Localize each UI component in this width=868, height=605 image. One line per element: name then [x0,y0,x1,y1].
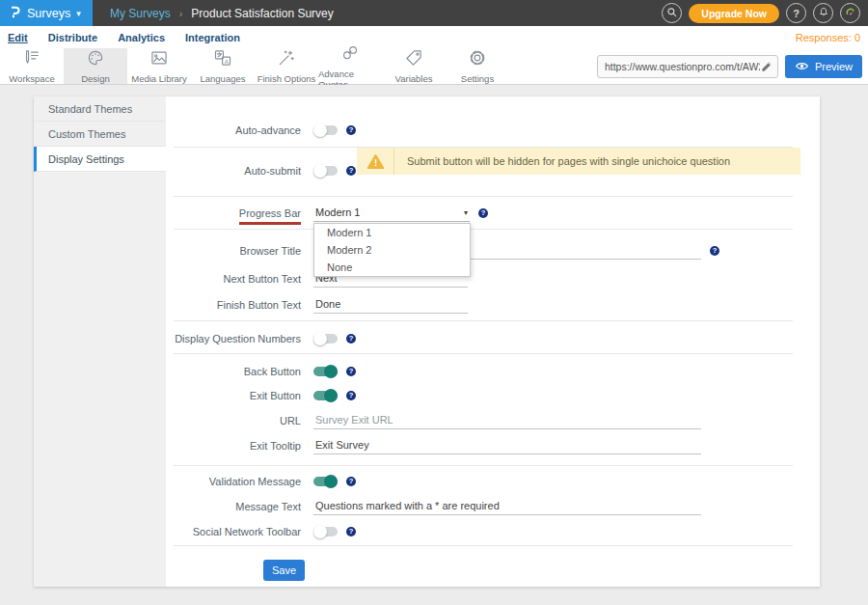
back-button-row: Back Button ? [166,362,356,381]
settings-form: Auto-advance ? Auto-submit ? [166,96,820,587]
toolbar-right: Preview [597,55,862,78]
tool-advance-quotas[interactable]: Advance Quotas [318,48,382,84]
image-icon [149,48,169,71]
back-button-toggle[interactable] [313,367,338,376]
topbar-actions: Upgrade Now ? [662,0,868,26]
save-button[interactable]: Save [263,560,305,581]
notifications-button[interactable] [813,3,833,23]
display-question-numbers-toggle[interactable] [313,334,338,344]
svg-text:A: A [225,58,230,65]
tool-label: Media Library [131,73,187,84]
display-settings-panel: Standard Themes Custom Themes Display Se… [34,96,820,587]
pencil-icon[interactable] [760,61,773,73]
tool-label: Finish Options [258,73,316,84]
brand-surveys-menu[interactable]: Surveys ▾ [0,0,93,26]
exit-button-toggle[interactable] [313,391,338,400]
nav-edit[interactable]: Edit [8,32,28,43]
divider [174,353,793,354]
help-icon[interactable]: ? [346,166,356,176]
translate-icon: A [213,48,232,71]
tool-media-library[interactable]: Media Library [127,48,191,84]
help-icon[interactable]: ? [346,334,356,344]
exit-url-input[interactable] [313,412,701,429]
help-icon[interactable]: ? [710,246,719,256]
help-icon[interactable]: ? [346,367,356,376]
brand-label: Surveys [27,7,70,20]
top-bar: Surveys ▾ My Surveys › Product Satisfact… [0,0,868,26]
exit-tooltip-input[interactable] [313,437,701,454]
tool-label: Design [81,73,110,84]
auto-advance-row: Auto-advance ? [166,121,356,140]
divider [174,196,793,197]
tool-finish-options[interactable]: Finish Options [255,48,318,84]
tool-settings[interactable]: Settings [446,48,509,84]
nav-analytics[interactable]: Analytics [118,32,165,43]
sidebar-item-display-settings[interactable]: Display Settings [34,147,166,172]
dropdown-option-modern-2[interactable]: Modern 2 [314,241,470,259]
auto-submit-toggle[interactable] [313,166,338,176]
dropdown-option-none[interactable]: None [314,259,470,276]
page-background: Standard Themes Custom Themes Display Se… [0,85,868,605]
divider [174,320,793,321]
validation-message-label: Validation Message [166,476,301,487]
upgrade-now-button[interactable]: Upgrade Now [689,4,779,23]
sidebar-item-custom-themes[interactable]: Custom Themes [34,122,166,147]
breadcrumb: My Surveys › Product Satisfaction Survey [110,0,334,26]
finish-button-text-row: Finish Button Text [166,295,468,315]
nav-distribute[interactable]: Distribute [48,32,97,43]
tool-variables[interactable]: Variables [382,48,446,84]
survey-url-box [597,55,778,78]
auto-advance-toggle[interactable] [313,125,338,135]
divider [174,465,793,466]
app-window: Surveys ▾ My Surveys › Product Satisfact… [0,0,868,605]
auto-submit-warning: Submit button will be hidden for pages w… [357,148,800,175]
tool-languages[interactable]: A Languages [191,48,255,84]
validation-message-toggle[interactable] [313,477,338,486]
tool-label: Languages [200,73,245,84]
account-avatar-button[interactable] [840,3,860,23]
gauge-avatar-icon [844,6,857,21]
help-icon[interactable]: ? [346,477,356,486]
finish-button-text-input[interactable] [313,296,468,314]
social-network-toolbar-label: Social Network Toolbar [166,526,301,537]
search-icon [665,6,678,20]
auto-submit-row: Auto-submit ? Submit button [166,161,356,180]
display-question-numbers-row: Display Question Numbers ? [166,329,356,348]
preview-button[interactable]: Preview [785,55,862,78]
help-button[interactable]: ? [786,3,806,23]
help-icon[interactable]: ? [346,527,356,536]
bell-icon [818,6,829,20]
progress-bar-value: Modern 1 [315,206,360,218]
search-button[interactable] [662,3,682,23]
help-icon[interactable]: ? [346,391,356,400]
dropdown-option-modern-1[interactable]: Modern 1 [314,224,470,241]
back-button-label: Back Button [166,366,301,377]
gear-icon [468,48,487,71]
tool-workspace[interactable]: Workspace [0,48,64,84]
nav-integration[interactable]: Integration [185,32,240,43]
wand-icon [277,48,296,71]
workspace-icon [22,48,41,71]
breadcrumb-my-surveys[interactable]: My Surveys [110,7,171,20]
eye-icon [795,61,809,73]
help-icon[interactable]: ? [346,125,356,135]
preview-label: Preview [815,61,853,72]
progress-bar-select[interactable]: Modern 1 ▾ [313,205,470,222]
survey-url-input[interactable] [605,61,760,72]
sidebar-item-standard-themes[interactable]: Standard Themes [34,96,166,122]
tool-label: Settings [461,73,494,84]
red-annotation-underline: Progress Bar [239,207,301,225]
divider [174,229,793,230]
exit-url-row: URL [166,411,701,430]
help-icon[interactable]: ? [478,208,488,218]
chevron-down-icon: ▾ [76,9,81,18]
themes-sidebar: Standard Themes Custom Themes Display Se… [34,96,166,587]
next-button-text-label: Next Button Text [166,273,301,285]
auto-submit-label: Auto-submit [166,165,301,177]
message-text-input[interactable] [313,498,701,515]
message-text-row: Message Text [166,497,701,516]
display-question-numbers-label: Display Question Numbers [166,333,301,344]
social-network-toolbar-toggle[interactable] [313,527,338,536]
questionpro-logo-icon [8,4,22,23]
tool-design[interactable]: Design [64,48,127,84]
